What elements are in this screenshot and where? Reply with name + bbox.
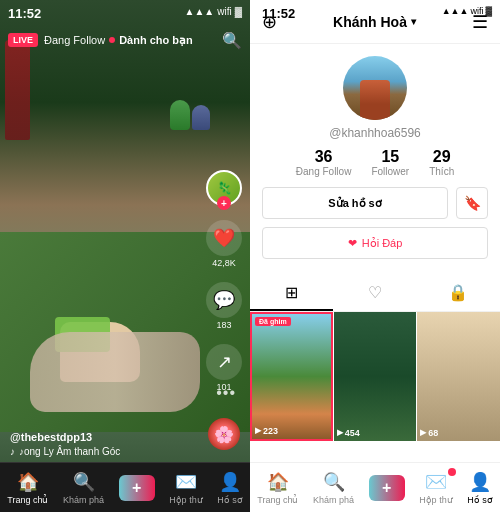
toy-figure-1 [170,100,190,130]
nav-search-label: Khám phá [63,495,104,505]
bookmark-icon: 🔖 [464,195,481,211]
plus-icon: + [132,479,141,497]
profile-icon: 👤 [219,471,241,493]
grid-icon: ⊞ [285,283,298,302]
followers-count: 15 [381,148,399,166]
profile-nav-icon: 👤 [469,471,491,493]
right-panel: ⊕ Khánh Hoà ▾ ☰ 11:52 ▲▲▲ wifi ▓ @khanhh… [250,0,500,512]
danh-cho-ban[interactable]: Dành cho bạn [119,34,193,47]
nav-profile-label: Hồ sơ [217,495,243,505]
add-button[interactable]: + [119,475,155,501]
followers-label: Follower [371,166,409,177]
comment-button[interactable]: 💬 183 [206,282,242,330]
pinned-badge: Đã ghim [255,317,291,326]
following-count: 36 [315,148,333,166]
right-status-icons: ▲▲▲ wifi ▓ [442,6,492,16]
play-icon-2: ▶ [337,428,343,437]
like-button[interactable]: ❤️ 42,8K [206,220,242,268]
comment-count: 183 [216,320,231,330]
play-icon-1: ▶ [255,426,261,435]
follow-plus-icon: + [217,196,231,210]
bookmark-button[interactable]: 🔖 [456,187,488,219]
left-status-icons: ▲▲▲ wifi ▓ [185,6,242,17]
nav-search-right[interactable]: 🔍 Khám phá [313,471,354,505]
nav-inbox-right[interactable]: ✉️ Hộp thư [419,471,453,505]
heart-tab-icon: ♡ [368,283,382,302]
nav-add-right[interactable]: + [369,475,405,501]
red-dot [109,37,115,43]
nav-profile-right[interactable]: 👤 Hồ sơ [467,471,493,505]
edit-profile-button[interactable]: Sửa hồ sơ [262,187,448,219]
heart-icon: ❤️ [206,220,242,256]
following-stat: 36 Đang Follow [296,148,352,177]
chevron-down-icon[interactable]: ▾ [411,16,416,27]
tab-grid[interactable]: ⊞ [250,275,333,311]
nav-profile-left[interactable]: 👤 Hồ sơ [217,471,243,505]
right-username: Khánh Hoà [333,14,407,30]
nav-home-right[interactable]: 🏠 Trang chủ [257,471,298,505]
right-username-header: Khánh Hoà ▾ [333,14,416,30]
thumb-bg-2 [334,312,417,441]
video-thumb-2[interactable]: ▶ 454 [334,312,417,441]
avatar-figure [360,80,390,120]
music-note-icon: ♪ [10,446,15,457]
qa-heart-icon: ❤ [348,237,357,250]
likes-stat: 29 Thích [429,148,454,177]
likes-count: 29 [433,148,451,166]
signal-icon: ▲▲▲ [185,6,215,17]
count-1: 223 [263,426,278,436]
left-username: @thebestdpp13 [10,431,190,443]
music-title: ♪ong Ly Âm thanh Góc [19,446,120,457]
avatar-follow-btn[interactable]: 🦎 + [206,170,242,206]
nav-add-left[interactable]: + [119,475,155,501]
right-signal-icon: ▲▲▲ [442,6,469,16]
left-time: 11:52 [8,6,41,21]
inbox-nav-icon: ✉️ [425,471,447,493]
stats-row: 36 Đang Follow 15 Follower 29 Thích [296,148,454,177]
search-nav-icon-right: 🔍 [323,471,345,493]
play-icon-3: ▶ [420,428,426,437]
count-2: 454 [345,428,360,438]
nav-inbox-label-right: Hộp thư [419,495,453,505]
nav-home-label-right: Trang chủ [257,495,298,505]
right-battery-icon: ▓ [485,6,492,16]
more-options-icon[interactable]: ••• [216,384,236,402]
qa-button[interactable]: ❤ Hỏi Đáp [262,227,488,259]
profile-section: @khanhhoa6596 36 Đang Follow 15 Follower… [250,44,500,271]
profile-avatar [343,56,407,120]
search-icon[interactable]: 🔍 [222,31,242,50]
following-label: Đang Follow [296,166,352,177]
video-thumb-3[interactable]: ▶ 68 [417,312,500,441]
count-3: 68 [428,428,438,438]
toy-figure-2 [192,105,210,130]
left-topbar: LIVE Đang Follow Dành cho bạn 🔍 [0,18,250,62]
nav-inbox-label: Hộp thư [169,495,203,505]
wifi-icon: wifi [217,6,231,17]
comment-icon: 💬 [206,282,242,318]
qa-label: Hỏi Đáp [362,237,403,250]
followers-stat: 15 Follower [371,148,409,177]
tab-liked[interactable]: ♡ [333,275,416,311]
creator-avatar: 🦎 + [206,170,242,206]
thumb-bg-1 [252,314,331,439]
dang-follow-text[interactable]: Đang Follow [44,34,105,46]
video-grid: Đã ghim ▶ 223 ▶ 454 ▶ 68 [250,312,500,462]
plus-icon-right: + [382,479,391,497]
left-bottom-nav: 🏠 Trang chủ 🔍 Khám phá + ✉️ Hộp thư 👤 Hồ… [0,462,250,512]
left-bottom-info: @thebestdpp13 ♪ ♪ong Ly Âm thanh Góc [10,431,190,457]
music-disc[interactable]: 🌸 [208,418,240,450]
right-time: 11:52 [262,6,295,21]
battery-icon: ▓ [235,6,242,17]
search-nav-icon: 🔍 [73,471,95,493]
nav-home-left[interactable]: 🏠 Trang chủ [7,471,48,505]
tab-locked[interactable]: 🔒 [417,275,500,311]
video-count-1: ▶ 223 [255,426,278,436]
nav-inbox-left[interactable]: ✉️ Hộp thư [169,471,203,505]
profile-handle: @khanhhoa6596 [329,126,421,140]
live-badge: LIVE [8,33,38,47]
add-button-right[interactable]: + [369,475,405,501]
nav-home-label: Trang chủ [7,495,48,505]
thumb-bg-3 [417,312,500,441]
video-thumb-1[interactable]: Đã ghim ▶ 223 [250,312,333,441]
nav-search-left[interactable]: 🔍 Khám phá [63,471,104,505]
